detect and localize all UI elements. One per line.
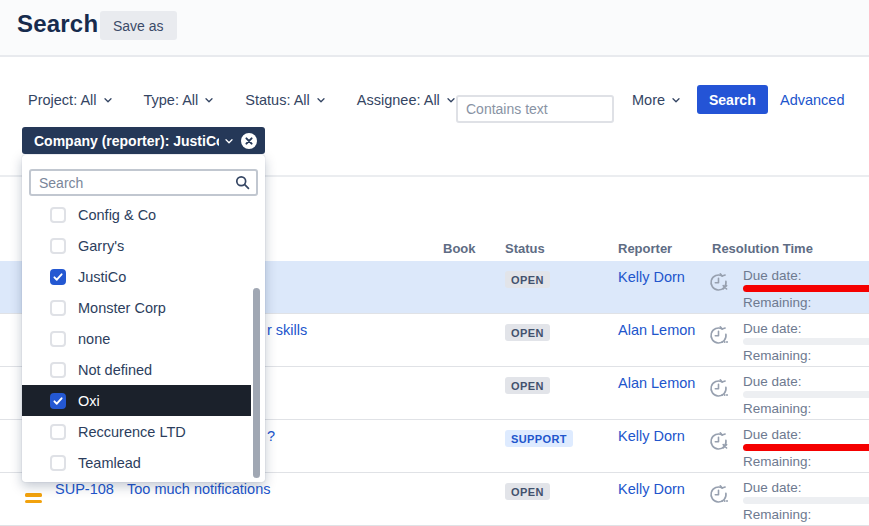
company-option-label: Monster Corp [78,300,166,316]
filter-label: Type: All [144,92,199,108]
sla-progress-bar [743,285,869,292]
status-badge: OPEN [505,271,550,288]
company-option[interactable]: Not defined [22,354,251,385]
sla-clock-icon [707,270,731,294]
filter-label: Project: All [28,92,97,108]
company-option-label: Garry's [78,238,124,254]
company-option[interactable]: Oxi [22,385,251,416]
sla-clock-icon [707,323,731,347]
dropdown-search-input[interactable] [29,169,258,196]
reporter-link[interactable]: Alan Lemon [618,322,695,338]
company-option[interactable]: Teamlead [22,447,251,478]
chevron-down-icon [315,94,327,106]
due-date-label: Due date: [743,374,802,389]
sla-clock-icon [707,482,731,506]
checkbox[interactable] [50,362,66,378]
company-option-label: Oxi [78,393,100,409]
filter-dropdown-trigger[interactable]: Type: All [144,92,216,108]
company-option[interactable]: Config & Co [22,204,251,230]
company-reporter-filter-pill[interactable]: Company (reporter): JustiCo,... [22,127,265,154]
company-filter-pill-label: Company (reporter): JustiCo,... [34,133,219,149]
checkbox[interactable] [50,331,66,347]
issue-summary-link[interactable]: ? [267,428,275,444]
issue-search-page: Search Save as Project: All Type: All St… [0,0,869,526]
sla-progress-bar [743,444,869,451]
reporter-link[interactable]: Kelly Dorn [618,428,685,444]
company-option-label: Config & Co [78,207,156,223]
company-option-label: Teamlead [78,455,141,471]
reporter-link[interactable]: Kelly Dorn [618,481,685,497]
sla-progress-bar [743,497,869,504]
checkbox[interactable] [50,455,66,471]
reporter-link[interactable]: Alan Lemon [618,375,695,391]
company-option[interactable]: Garry's [22,230,251,261]
more-label: More [632,92,665,108]
company-option[interactable]: Reccurence LTD [22,416,251,447]
checkbox[interactable] [50,238,66,254]
column-header-status: Status [505,241,545,256]
checkbox[interactable] [50,207,66,223]
due-date-label: Due date: [743,268,802,283]
company-option[interactable]: Monster Corp [22,292,251,323]
sla-clock-icon [707,376,731,400]
due-date-label: Due date: [743,321,802,336]
checkbox[interactable] [50,424,66,440]
due-date-label: Due date: [743,427,802,442]
filter-label: Assignee: All [357,92,440,108]
issue-summary-link[interactable]: Too much notifications [127,481,270,497]
company-option-list: Config & Co Garry's JustiCo Monster Corp [22,204,265,478]
issue-key-link[interactable]: SUP-108 [55,481,114,497]
clear-filter-icon[interactable] [241,133,257,149]
filter-dropdown-trigger[interactable]: Assignee: All [357,92,457,108]
checkbox[interactable] [50,393,66,409]
checkbox[interactable] [50,300,66,316]
more-filters-trigger[interactable]: More [632,92,682,108]
column-header-resolution-time: Resolution Time [712,241,813,256]
remaining-label: Remaining: [743,454,811,469]
column-header-book: Book [443,241,476,256]
company-option-label: Reccurence LTD [78,424,186,440]
search-button[interactable]: Search [697,85,768,114]
checkbox[interactable] [50,269,66,285]
save-as-button[interactable]: Save as [100,11,177,40]
remaining-label: Remaining: [743,401,811,416]
company-option-label: JustiCo [78,269,126,285]
dropdown-scrollbar-thumb[interactable] [253,288,260,478]
remaining-label: Remaining: [743,348,811,363]
sla-clock-icon [707,429,731,453]
remaining-label: Remaining: [743,295,811,310]
advanced-search-link[interactable]: Advanced [780,92,845,108]
company-option[interactable]: none [22,323,251,354]
filter-dropdown-trigger[interactable]: Project: All [28,92,114,108]
status-badge: OPEN [505,324,550,341]
status-badge: SUPPORT [505,430,573,447]
page-title: Search [17,10,98,38]
company-option-label: Not defined [78,362,152,378]
sla-progress-bar [743,338,869,345]
company-filter-dropdown: Config & Co Garry's JustiCo Monster Corp [22,155,265,482]
chevron-down-icon [670,94,682,106]
chevron-down-icon [203,94,215,106]
status-badge: OPEN [505,377,550,394]
company-option[interactable]: JustiCo [22,261,251,292]
chevron-down-icon [223,135,235,147]
status-badge: OPEN [505,483,550,500]
remaining-label: Remaining: [743,507,811,522]
support-issue-type-icon [25,490,42,503]
sla-progress-bar [743,391,869,398]
chevron-down-icon [102,94,114,106]
company-option-label: none [78,331,110,347]
dropdown-search [29,169,258,196]
filter-bar: Project: All Type: All Status: All Assig… [28,92,457,108]
column-header-reporter: Reporter [618,241,672,256]
due-date-label: Due date: [743,480,802,495]
check-icon [52,395,64,407]
filter-label: Status: All [245,92,309,108]
page-header: Search Save as [0,0,869,57]
reporter-link[interactable]: Kelly Dorn [618,269,685,285]
check-icon [52,271,64,283]
contains-text-input[interactable] [456,95,614,123]
filter-dropdown-trigger[interactable]: Status: All [245,92,326,108]
issue-summary-link[interactable]: r skills [267,322,307,338]
